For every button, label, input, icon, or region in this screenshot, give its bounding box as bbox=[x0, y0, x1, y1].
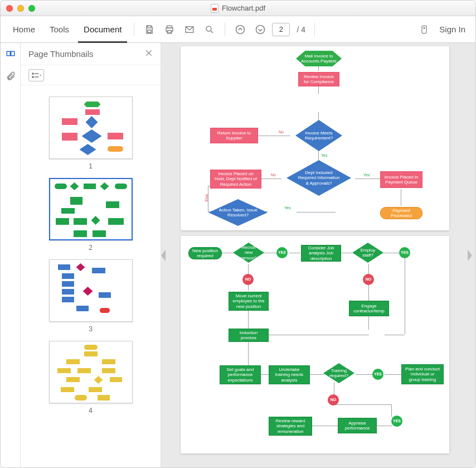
svg-point-7 bbox=[256, 25, 265, 33]
edge-label-yes: Yes bbox=[363, 173, 370, 177]
arrow-down-circle-icon bbox=[255, 24, 266, 35]
attachments-panel-button[interactable] bbox=[5, 71, 16, 82]
svg-point-6 bbox=[236, 25, 245, 33]
thumbnail-options-button[interactable] bbox=[28, 69, 44, 81]
separator bbox=[314, 23, 315, 36]
floppy-icon bbox=[144, 25, 154, 35]
print-button[interactable] bbox=[161, 21, 178, 38]
node-payment-processed: Payment Processed bbox=[380, 207, 422, 219]
edge-label-no: No bbox=[279, 130, 284, 134]
close-icon bbox=[145, 49, 153, 57]
tab-home[interactable]: Home bbox=[7, 16, 41, 43]
left-rail bbox=[1, 43, 21, 467]
close-panel-button[interactable] bbox=[145, 48, 153, 60]
node-review-invoice: Review Invoice for Compliance bbox=[298, 72, 339, 86]
node-plan-training: Plan and conduct individual or group tra… bbox=[401, 364, 444, 384]
edge-label-else: Else bbox=[205, 194, 208, 202]
tab-tools[interactable]: Tools bbox=[44, 16, 75, 43]
node-mail-invoice: Mail Invoice to Accounts Payable bbox=[296, 51, 342, 66]
thumbnail-label: 1 bbox=[49, 162, 133, 170]
thumbnail-item[interactable]: 1 bbox=[49, 97, 133, 170]
tab-document[interactable]: Document bbox=[78, 16, 127, 43]
page-number-input[interactable] bbox=[272, 23, 290, 36]
node-payment-queue: Invoice Placed in Payment Queue bbox=[380, 171, 422, 188]
side-panel-options bbox=[21, 65, 161, 85]
edge-badge-no: NO bbox=[363, 274, 374, 285]
node-return-invoice: Return Invoice to Supplier bbox=[210, 128, 258, 143]
edge-badge-no: NO bbox=[242, 274, 254, 285]
search-icon bbox=[205, 25, 215, 35]
svg-rect-1 bbox=[148, 30, 151, 32]
paperclip-icon bbox=[6, 71, 16, 81]
mobile-link-button[interactable] bbox=[416, 21, 433, 38]
node-engage-contract: Engage contractor/temp bbox=[349, 301, 389, 316]
window-title: Flowchart.pdf bbox=[1, 4, 475, 13]
svg-rect-3 bbox=[168, 30, 171, 33]
thumbnail-list[interactable]: 1 bbox=[21, 85, 161, 467]
svg-point-5 bbox=[206, 26, 211, 31]
thumbnail-item[interactable]: 2 bbox=[49, 178, 133, 252]
side-panel-title: Page Thumbnails bbox=[28, 49, 93, 59]
search-button[interactable] bbox=[201, 21, 218, 38]
node-induction: Induction process bbox=[229, 329, 269, 342]
edge-label-yes: Yes bbox=[284, 206, 290, 210]
close-window-button[interactable] bbox=[6, 5, 13, 12]
list-options-icon bbox=[31, 72, 41, 79]
node-set-goals: Set goals and performance expectations bbox=[220, 365, 261, 384]
email-button[interactable] bbox=[181, 21, 198, 38]
thumbnail-item[interactable]: 3 bbox=[49, 259, 133, 333]
node-training-needs: Undertake training needs analysis bbox=[269, 365, 310, 384]
node-dept-approvals: Dept Included Required Information & App… bbox=[286, 160, 351, 196]
separator bbox=[225, 23, 225, 36]
svg-point-11 bbox=[32, 73, 33, 74]
node-invoice-hold: Invoice Placed on Hold, Dept Notified of… bbox=[210, 170, 261, 189]
edge-badge-yes: YES bbox=[372, 369, 383, 380]
thumbnail-preview-1 bbox=[49, 97, 133, 159]
toolbar: Home Tools Document / 4 Sign In bbox=[1, 16, 475, 43]
node-invoice-meets: Invoice Meets Requirement? bbox=[295, 120, 342, 151]
page-1-partial: Mail Invoice to Accounts Payable Review … bbox=[181, 46, 449, 230]
sign-in-button[interactable]: Sign In bbox=[436, 25, 469, 34]
node-review-reward: Review reward strategies and remuneratio… bbox=[269, 417, 312, 436]
node-move-employee: Move current employee to the new positio… bbox=[229, 292, 269, 311]
minimize-window-button[interactable] bbox=[17, 5, 24, 12]
printer-icon bbox=[164, 25, 174, 35]
envelope-icon bbox=[184, 25, 195, 35]
node-recruit-new: Recruit new person? bbox=[233, 243, 264, 263]
edge-badge-yes: YES bbox=[399, 247, 410, 258]
collapse-side-panel-button[interactable] bbox=[161, 250, 166, 261]
pdf-file-icon bbox=[211, 4, 218, 13]
page-thumbnails-icon bbox=[6, 50, 16, 60]
document-view[interactable]: Mail Invoice to Accounts Payable Review … bbox=[161, 43, 475, 467]
separator bbox=[134, 23, 134, 36]
thumbnail-preview-3 bbox=[49, 259, 133, 322]
thumbnail-label: 3 bbox=[49, 325, 133, 333]
edge-badge-yes: YES bbox=[391, 416, 402, 427]
side-panel-header: Page Thumbnails bbox=[21, 43, 161, 65]
expand-tools-panel-button[interactable] bbox=[468, 250, 472, 261]
thumbnail-item[interactable]: 4 bbox=[49, 341, 133, 414]
node-training-req: Training required? bbox=[323, 363, 354, 383]
node-employ-staff: Employ staff? bbox=[352, 243, 383, 263]
mobile-icon bbox=[420, 24, 429, 35]
next-page-button[interactable] bbox=[252, 21, 269, 38]
thumbnail-preview-4 bbox=[49, 341, 133, 403]
thumbnail-label: 2 bbox=[49, 244, 133, 252]
zoom-window-button[interactable] bbox=[28, 5, 35, 12]
svg-rect-10 bbox=[11, 51, 14, 56]
save-button[interactable] bbox=[141, 21, 158, 38]
page-total-label: / 4 bbox=[297, 25, 305, 34]
svg-point-12 bbox=[32, 76, 33, 77]
edge-label-yes: Yes bbox=[321, 153, 327, 157]
thumbnail-preview-2 bbox=[49, 178, 133, 240]
edge-badge-no: NO bbox=[328, 394, 339, 406]
svg-rect-0 bbox=[148, 26, 151, 28]
content-area: Page Thumbnails bbox=[1, 43, 475, 467]
prev-page-button[interactable] bbox=[232, 21, 249, 38]
side-panel: Page Thumbnails bbox=[21, 43, 161, 467]
node-consider-job: Consider Job analysis Job description bbox=[301, 245, 341, 262]
window-title-text: Flowchart.pdf bbox=[222, 4, 265, 12]
edge-badge-yes: YES bbox=[276, 247, 288, 258]
thumbnails-panel-button[interactable] bbox=[5, 50, 16, 61]
node-appraise: Appraise performance bbox=[338, 418, 377, 433]
